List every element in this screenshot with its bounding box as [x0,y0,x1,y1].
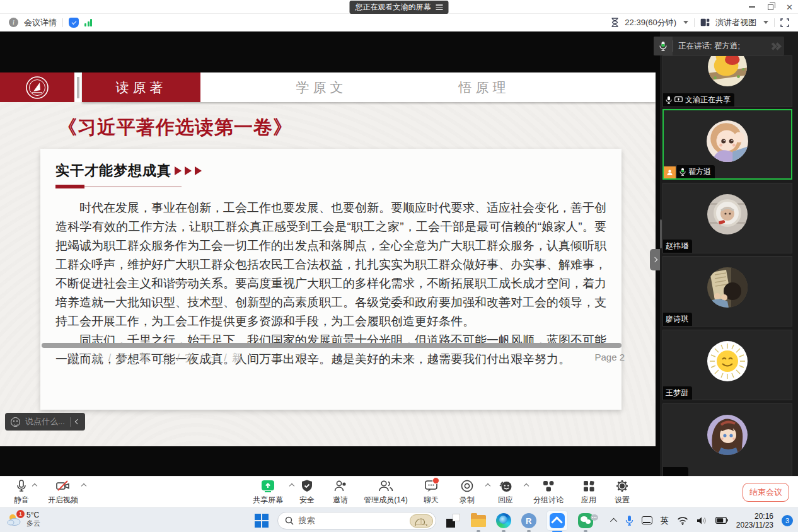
tray-expand-icon[interactable] [610,518,617,524]
tray-language[interactable]: 英 [661,515,669,526]
participant-tile-active[interactable]: 翟方逍 [662,109,792,180]
weather-alert-badge: 1 [16,510,25,518]
content-card: 实干才能梦想成真 时代在发展，事业在创新，工会工作也要发展、也要创新。要顺应时代… [40,149,622,410]
participant-name-tag: 廖诗琪 [663,313,692,326]
emoji-icon[interactable] [11,417,20,427]
share-options-caret[interactable] [289,483,294,489]
view-dropdown-icon[interactable] [763,21,768,24]
tab-understand-principle[interactable]: 悟原理 [427,72,541,102]
breakout-icon [541,479,555,493]
meeting-timer: 22:39(60分钟) [625,17,676,28]
react-button[interactable]: 回应 [490,479,521,506]
avatar [707,194,748,234]
participant-tile[interactable] [662,403,792,476]
security-button[interactable]: 安全 [294,479,320,506]
participant-tile[interactable]: 廖诗琪 [662,256,792,327]
search-daily-image[interactable] [410,514,433,528]
timer-dropdown-icon[interactable] [683,21,688,24]
participant-tile[interactable]: 王梦甜 [662,330,792,400]
tray-wifi-icon[interactable] [677,516,688,525]
sidebar-scrollbar[interactable] [660,219,662,248]
share-screen-icon [261,479,275,493]
mic-icon [666,96,672,104]
invite-person-icon [333,479,347,493]
security-shield-icon[interactable] [69,18,79,28]
fullscreen-icon[interactable] [780,18,789,27]
chat-input-placeholder[interactable]: 说点什么... [25,416,65,427]
speaker-mic-icon [654,37,673,55]
info-icon: i [9,18,18,27]
view-mode-label[interactable]: 演讲者视图 [715,17,756,28]
close-button[interactable]: ✕ [786,3,793,11]
paragraph-1: 时代在发展，事业在创新，工会工作也要发展、也要创新。要顺应时代要求、适应社会变化… [55,199,606,331]
heading-rule [55,186,182,187]
taskbar-app-snip[interactable] [445,511,461,530]
mute-button[interactable]: 静音 [14,479,29,506]
avatar [707,341,748,381]
mic-active-icon [679,168,686,176]
tray-touchpad-icon[interactable] [642,516,652,524]
start-button[interactable] [255,514,269,528]
taskbar-meeting-app-active[interactable] [546,511,569,530]
end-meeting-button[interactable]: 结束会议 [743,483,789,502]
start-video-button[interactable]: 开启视频 [48,479,78,506]
quick-chat-bar[interactable]: 说点什么... [5,413,85,431]
video-options-caret[interactable] [81,483,86,489]
watching-screen-label: 您正在观看文渝的屏幕 [356,2,431,13]
mic-icon [14,479,28,493]
settings-button[interactable]: 设置 [610,479,635,506]
invite-button[interactable]: 邀请 [328,479,353,506]
tray-battery-icon[interactable] [715,517,728,524]
network-signal-icon[interactable] [84,19,92,26]
taskbar-weather-widget[interactable]: 1 5°C 多云 [6,511,40,528]
breakout-rooms-button[interactable]: 分组讨论 [529,479,568,506]
restore-button[interactable] [768,4,773,10]
participant-tile[interactable]: 文渝正在共享 [662,55,792,107]
tray-clock[interactable]: 20:16 2023/11/23 [736,512,773,529]
apps-button[interactable]: 应用 [576,479,601,506]
record-icon [460,479,474,493]
apps-grid-icon [582,479,596,493]
tray-date: 2023/11/23 [736,521,773,529]
manage-members-button[interactable]: 管理成员(14) [361,479,410,506]
camera-off-icon [55,479,71,493]
shared-screen: 读原著 学原文 悟原理 《习近平著作选读第一卷》 实干才能梦想成真 时代在发展，… [0,32,660,476]
taskbar-wechat[interactable] [577,511,594,530]
tab-read-original[interactable]: 读原著 [82,72,200,102]
participant-tile[interactable]: 赵祎璠 [662,183,792,253]
layout-view-icon [700,18,710,26]
tab-study-text[interactable]: 学原文 [265,72,378,102]
collapse-chat-icon[interactable] [75,419,80,424]
shield-icon [301,479,313,493]
active-speaker-bar: 正在讲话: 翟方逍; [654,37,784,55]
taskbar-search[interactable]: 搜索 [277,512,436,529]
chevron-right-icon [652,257,657,262]
meeting-app-icon [550,513,565,528]
meeting-toolbar: 静音 开启视频 共享屏幕 安全 邀请 [0,476,798,507]
hourglass-icon [611,18,619,27]
taskbar-file-explorer[interactable] [470,511,487,530]
sidebar-expand-handle[interactable] [650,249,660,270]
title-bar: 您正在观看文渝的屏幕 ✕ [0,0,798,14]
page-number: Page 2 [594,352,625,362]
record-button[interactable]: 录制 [452,479,482,506]
triangle-icon [175,166,182,175]
mic-options-caret[interactable] [32,483,37,489]
watching-screen-banner[interactable]: 您正在观看文渝的屏幕 [350,1,449,14]
react-options-caret[interactable] [524,483,529,489]
taskbar-app-r[interactable]: R [521,511,537,530]
avatar [707,267,748,308]
avatar [707,120,748,162]
minimize-button[interactable] [749,6,755,8]
notification-badge[interactable]: 3 [782,515,793,526]
share-screen-button[interactable]: 共享屏幕 [250,479,286,506]
tray-volume-icon[interactable] [697,516,707,525]
chat-button[interactable]: 聊天 [419,479,444,506]
search-icon [285,516,294,525]
meeting-details-link[interactable]: 会议详情 [24,17,57,28]
document-scrollbar[interactable] [42,343,622,348]
banner-menu-icon[interactable] [436,3,443,11]
record-options-caret[interactable] [485,483,490,489]
taskbar-edge-browser[interactable] [495,511,512,530]
tray-mic-icon[interactable] [625,515,633,526]
